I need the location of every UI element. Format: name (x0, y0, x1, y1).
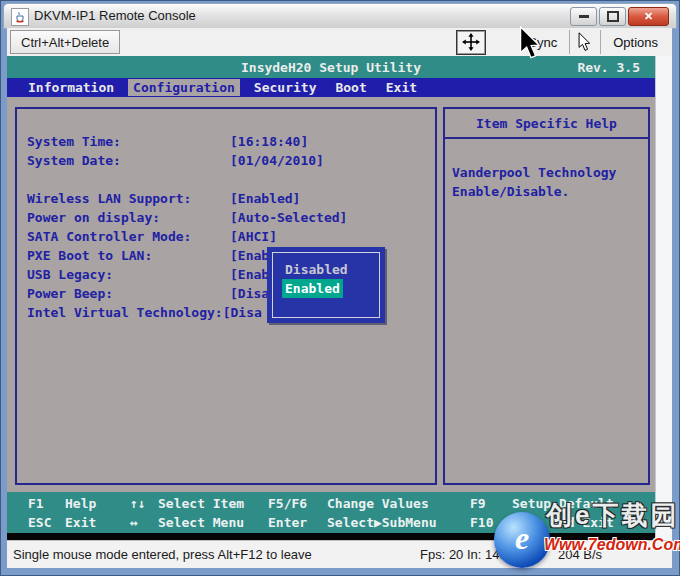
tab-boot[interactable]: Boot (330, 79, 371, 96)
setting-label: Intel Virtual Technology: (27, 304, 223, 321)
cursor-outline-icon (578, 32, 592, 52)
key-f10-label: Save and Exit (512, 515, 614, 530)
single-cursor-button[interactable] (574, 30, 596, 54)
help-panel-text: Vanderpool Technology Enable/Disable. (452, 163, 644, 201)
toolbar-divider (569, 30, 570, 54)
toolbar-divider (600, 30, 601, 54)
key-help-row: ESC Exit ↔ Select Menu Enter Select▶SubM… (7, 515, 655, 534)
value-popup-inner: Disabled Enabled (272, 252, 380, 318)
help-panel-title: Item Specific Help (445, 116, 648, 131)
help-line: Vanderpool Technology (452, 163, 644, 182)
remote-console-window: { "window": { "title": "DKVM-IP1 Remote … (0, 0, 680, 576)
java-icon (11, 8, 29, 26)
remote-screen-scrollbar[interactable] (655, 56, 672, 540)
key-leftright-icon: ↔ (130, 515, 138, 530)
setting-row: System Time: [16:18:40] (17, 133, 435, 150)
maximize-button[interactable] (599, 7, 626, 26)
setting-label: Power Beep: (27, 285, 230, 302)
bios-title: InsydeH20 Setup Utility (7, 60, 655, 75)
status-fps-in: Fps: 20 In: 143 K (420, 547, 519, 562)
key-f5f6-label: Change Values (327, 496, 429, 511)
value-popup: Disabled Enabled (267, 247, 385, 323)
key-esc-label: Exit (65, 515, 96, 530)
title-bar[interactable]: DKVM-IP1 Remote Console ✕ (3, 3, 677, 29)
bios-header: InsydeH20 Setup Utility Rev. 3.5 (7, 56, 655, 78)
setting-label: System Time: (27, 133, 230, 150)
close-button[interactable]: ✕ (628, 7, 669, 26)
key-enter: Enter (268, 515, 307, 530)
bios-menu-bar: Information Configuration Security Boot … (7, 78, 655, 97)
window-controls: ✕ (570, 7, 669, 26)
toolbar-right-group: Sync Options (456, 29, 666, 55)
move-crosshair-icon (462, 33, 480, 51)
screen-bottom-strip (7, 533, 655, 540)
tab-configuration[interactable]: Configuration (128, 79, 240, 96)
key-updown-icon: ↑↓ (130, 496, 146, 511)
setting-value: [01/04/2010] (230, 152, 324, 169)
setting-label: Power on display: (27, 209, 230, 226)
status-out-rate: 204 B/s (558, 547, 602, 562)
toolbar: Ctrl+Alt+Delete Sync (7, 28, 672, 56)
options-button[interactable]: Options (605, 35, 666, 50)
tab-exit[interactable]: Exit (381, 79, 422, 96)
setting-value: [Enab (230, 247, 269, 264)
fit-screen-button[interactable] (456, 30, 486, 55)
key-f10: F10 (470, 515, 493, 530)
client-area: Ctrl+Alt+Delete Sync (7, 28, 672, 567)
setting-value: [AHCI] (230, 228, 277, 245)
minimize-button[interactable] (570, 7, 597, 26)
bios-revision: Rev. 3.5 (577, 60, 640, 75)
setting-value: [Disa (230, 285, 269, 302)
setting-label: Wireless LAN Support: (27, 190, 230, 207)
remote-screen[interactable]: InsydeH20 Setup Utility Rev. 3.5 Informa… (7, 56, 655, 540)
setting-value: [Disa (223, 304, 262, 321)
setting-value: [Enabled] (230, 190, 300, 207)
status-message: Single mouse mode entered, press Alt+F12… (13, 547, 312, 562)
key-esc: ESC (28, 515, 51, 530)
setting-value: [Enab (230, 266, 269, 283)
status-bar: Single mouse mode entered, press Alt+F12… (7, 540, 672, 568)
help-panel-divider (445, 137, 648, 139)
sync-button[interactable]: Sync (520, 35, 565, 50)
close-icon: ✕ (644, 10, 653, 23)
settings-panel: System Time: [16:18:40] System Date: [01… (15, 107, 437, 485)
setting-row: SATA Controller Mode: [AHCI] (17, 228, 435, 245)
maximize-icon (607, 11, 619, 22)
setting-value: [16:18:40] (230, 133, 308, 150)
key-f1-label: Help (65, 496, 96, 511)
key-f9: F9 (470, 496, 486, 511)
item-specific-help-panel: Item Specific Help Vanderpool Technology… (443, 107, 650, 485)
tab-security[interactable]: Security (249, 79, 322, 96)
key-help-row: F1 Help ↑↓ Select Item F5/F6 Change Valu… (7, 496, 655, 515)
key-help-bar: F1 Help ↑↓ Select Item F5/F6 Change Valu… (7, 492, 655, 533)
tab-information[interactable]: Information (23, 79, 119, 96)
setting-row: Wireless LAN Support: [Enabled] (17, 190, 435, 207)
setting-label: USB Legacy: (27, 266, 230, 283)
minimize-icon (579, 15, 589, 18)
key-leftright-label: Select Menu (158, 515, 244, 530)
key-f1: F1 (28, 496, 44, 511)
ctrl-alt-delete-button[interactable]: Ctrl+Alt+Delete (10, 30, 120, 54)
key-updown-label: Select Item (158, 496, 244, 511)
key-f5f6: F5/F6 (268, 496, 307, 511)
popup-option-disabled[interactable]: Disabled (282, 260, 351, 279)
setting-row: Power on display: [Auto-Selected] (17, 209, 435, 226)
setting-value: [Auto-Selected] (230, 209, 347, 226)
setting-label: PXE Boot to LAN: (27, 247, 230, 264)
setting-row: System Date: [01/04/2010] (17, 152, 435, 169)
key-f9-label: Setup Default (512, 496, 614, 511)
help-line: Enable/Disable. (452, 182, 644, 201)
popup-option-enabled[interactable]: Enabled (282, 279, 343, 298)
setting-label: SATA Controller Mode: (27, 228, 230, 245)
key-enter-label: Select▶SubMenu (327, 515, 437, 530)
window-title: DKVM-IP1 Remote Console (34, 8, 196, 23)
setting-label: System Date: (27, 152, 230, 169)
